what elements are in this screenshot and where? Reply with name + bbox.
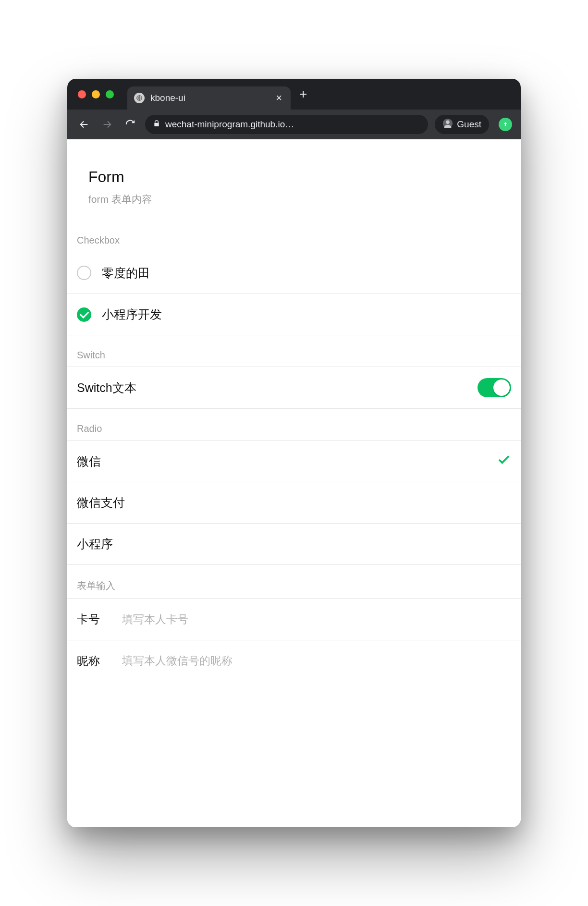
checkbox-label: 小程序开发 xyxy=(102,306,511,322)
section-title-checkbox: Checkbox xyxy=(67,220,521,252)
input-row-nickname: 昵称 xyxy=(67,640,521,681)
checkbox-row[interactable]: 零度的田 xyxy=(67,252,521,294)
page-content: Form form 表单内容 Checkbox 零度的田 小程序开发 Switc… xyxy=(67,139,521,827)
url-text: wechat-miniprogram.github.io… xyxy=(165,119,420,130)
checkbox-icon[interactable] xyxy=(77,266,91,280)
svg-point-2 xyxy=(446,120,450,123)
window-minimize-button[interactable] xyxy=(92,90,100,98)
input-label: 卡号 xyxy=(77,612,113,627)
switch-label: Switch文本 xyxy=(77,380,478,396)
globe-icon xyxy=(134,93,145,103)
profile-label: Guest xyxy=(457,119,481,130)
radio-label: 小程序 xyxy=(77,536,511,552)
switch-toggle[interactable] xyxy=(478,378,511,397)
extension-button[interactable] xyxy=(499,118,512,131)
close-icon[interactable]: × xyxy=(276,92,282,104)
input-row-card: 卡号 xyxy=(67,599,521,640)
checkbox-row[interactable]: 小程序开发 xyxy=(67,294,521,335)
radio-label: 微信 xyxy=(77,453,497,469)
section-title-switch: Switch xyxy=(67,335,521,367)
lock-icon xyxy=(153,119,160,130)
checkbox-icon[interactable] xyxy=(77,307,91,322)
radio-row[interactable]: 微信支付 xyxy=(67,482,521,523)
switch-row[interactable]: Switch文本 xyxy=(67,367,521,408)
page-title: Form xyxy=(88,168,500,186)
input-label: 昵称 xyxy=(77,653,113,669)
card-number-input[interactable] xyxy=(122,613,511,626)
browser-window: kbone-ui × + wechat-miniprogram.github.i… xyxy=(67,79,521,827)
back-button[interactable] xyxy=(76,116,92,133)
browser-tab[interactable]: kbone-ui × xyxy=(127,86,291,110)
browser-toolbar: wechat-miniprogram.github.io… Guest xyxy=(67,110,521,139)
address-bar[interactable]: wechat-miniprogram.github.io… xyxy=(145,115,428,134)
radio-row[interactable]: 小程序 xyxy=(67,523,521,564)
radio-label: 微信支付 xyxy=(77,495,511,511)
window-close-button[interactable] xyxy=(78,90,86,98)
profile-chip[interactable]: Guest xyxy=(435,115,489,134)
tab-strip: kbone-ui × + xyxy=(67,79,521,110)
nickname-input[interactable] xyxy=(122,654,511,667)
new-tab-button[interactable]: + xyxy=(299,87,307,101)
checkbox-label: 零度的田 xyxy=(102,265,511,281)
person-icon xyxy=(442,118,453,131)
traffic-lights xyxy=(78,90,114,98)
window-zoom-button[interactable] xyxy=(106,90,114,98)
section-title-inputs: 表单输入 xyxy=(67,565,521,598)
tab-title: kbone-ui xyxy=(150,93,270,103)
section-title-radio: Radio xyxy=(67,409,521,440)
forward-button[interactable] xyxy=(99,116,115,133)
reload-button[interactable] xyxy=(122,116,138,133)
radio-row[interactable]: 微信 xyxy=(67,441,521,482)
page-subtitle: form 表单内容 xyxy=(88,193,500,206)
check-icon xyxy=(497,453,511,470)
